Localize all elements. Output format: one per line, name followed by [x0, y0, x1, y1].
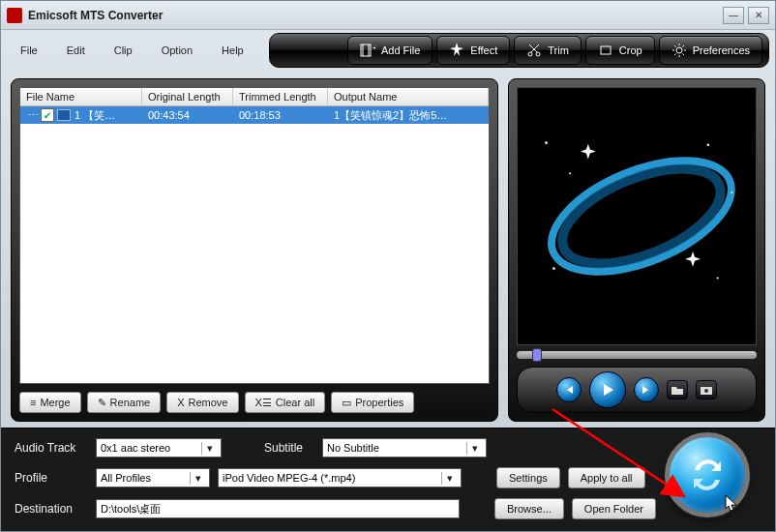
- svg-point-16: [717, 277, 719, 279]
- svg-point-12: [569, 172, 571, 174]
- clear-all-button[interactable]: X☰Clear all: [245, 392, 326, 413]
- prev-button[interactable]: [556, 377, 582, 402]
- col-filename[interactable]: File Name: [20, 88, 142, 105]
- audio-track-label: Audio Track: [15, 441, 88, 455]
- chevron-down-icon: ▾: [201, 442, 217, 455]
- row-thumb-icon: [57, 109, 71, 121]
- left-pane: File Name Original Length Trimmed Length…: [11, 78, 498, 422]
- col-trimmed-length[interactable]: Trimmed Length: [233, 88, 328, 105]
- row-name: 【笑…: [83, 108, 115, 123]
- add-file-button[interactable]: +Add File: [347, 36, 433, 65]
- convert-button[interactable]: [665, 432, 750, 517]
- trim-button[interactable]: Trim: [514, 36, 582, 65]
- file-toolbar: ≡Merge ✎Rename XRemove X☰Clear all ▭Prop…: [19, 392, 490, 413]
- menu-help[interactable]: Help: [208, 41, 257, 60]
- effect-button[interactable]: Effect: [436, 36, 510, 65]
- app-window: Emicsoft MTS Converter — ✕ File Edit Cli…: [0, 0, 776, 532]
- menubar: File Edit Clip Option Help: [1, 30, 263, 71]
- row-output: 1【笑镇惊魂2】恐怖5…: [328, 107, 489, 124]
- sparkle-icon: [449, 43, 464, 58]
- x-icon: X: [177, 397, 184, 408]
- settings-button[interactable]: Settings: [496, 467, 560, 488]
- titlebar: Emicsoft MTS Converter — ✕: [1, 1, 775, 30]
- menu-edit[interactable]: Edit: [53, 41, 99, 60]
- row-trimmed: 00:18:53: [233, 108, 328, 122]
- profile-label: Profile: [15, 471, 88, 485]
- next-button[interactable]: [634, 377, 659, 402]
- video-preview[interactable]: [517, 87, 757, 345]
- close-button[interactable]: ✕: [748, 7, 769, 24]
- col-output-name[interactable]: Output Name: [328, 88, 489, 105]
- file-panel: File Name Original Length Trimmed Length…: [11, 78, 498, 422]
- svg-point-14: [731, 192, 732, 193]
- svg-point-13: [707, 144, 709, 146]
- convert-arrows-icon: [685, 453, 730, 497]
- profile-select[interactable]: iPod Video MPEG-4 (*.mp4)▾: [218, 468, 462, 488]
- open-folder-button[interactable]: Open Folder: [572, 498, 656, 519]
- film-add-icon: +: [360, 43, 375, 58]
- svg-point-11: [545, 141, 548, 144]
- scrub-knob[interactable]: [532, 348, 542, 362]
- scissors-icon: [526, 43, 542, 58]
- menu-option[interactable]: Option: [148, 41, 206, 60]
- preview-graphic: [518, 88, 756, 344]
- file-row[interactable]: ⋯ ✔ 1 【笑… 00:43:54 00:18:53 1【笑镇惊魂2】恐怖5…: [20, 106, 489, 124]
- subtitle-label: Subtitle: [264, 441, 314, 455]
- right-pane: [508, 78, 765, 422]
- body-area: File Name Original Length Trimmed Length…: [1, 71, 775, 428]
- preview-panel: [508, 78, 765, 422]
- svg-point-18: [704, 389, 708, 393]
- properties-button[interactable]: ▭Properties: [331, 392, 414, 413]
- window-title: Emicsoft MTS Converter: [28, 9, 719, 22]
- destination-input[interactable]: D:\tools\桌面: [96, 499, 460, 518]
- menu-clip[interactable]: Clip: [101, 41, 146, 60]
- rename-button[interactable]: ✎Rename: [87, 392, 162, 413]
- bottom-panel: Audio Track 0x1 aac stereo▾ Subtitle No …: [1, 428, 775, 531]
- profile-group-select[interactable]: All Profiles▾: [96, 468, 210, 488]
- row-original: 00:43:54: [142, 108, 233, 122]
- gear-icon: [672, 43, 687, 58]
- player-controls: [517, 367, 757, 413]
- audio-track-select[interactable]: 0x1 aac stereo▾: [96, 438, 222, 458]
- remove-button[interactable]: XRemove: [166, 392, 238, 413]
- chevron-down-icon: ▾: [441, 472, 457, 485]
- minimize-button[interactable]: —: [723, 7, 744, 24]
- svg-point-5: [536, 52, 540, 56]
- chevron-down-icon: ▾: [190, 472, 205, 485]
- merge-button[interactable]: ≡Merge: [19, 392, 81, 413]
- folder-open-icon[interactable]: [667, 380, 688, 399]
- col-original-length[interactable]: Original Length: [142, 88, 233, 105]
- subtitle-select[interactable]: No Subtitle▾: [322, 438, 487, 458]
- row-checkbox[interactable]: ✔: [41, 108, 54, 122]
- pencil-icon: ✎: [98, 397, 106, 409]
- menu-file[interactable]: File: [7, 41, 51, 60]
- svg-text:+: +: [373, 43, 375, 53]
- apply-to-all-button[interactable]: Apply to all: [568, 467, 645, 488]
- file-list: File Name Original Length Trimmed Length…: [19, 87, 490, 384]
- svg-point-15: [552, 267, 555, 270]
- crop-icon: [598, 43, 613, 58]
- toolbar: +Add File Effect Trim Crop Preferences: [269, 33, 769, 68]
- file-list-header: File Name Original Length Trimmed Length…: [20, 88, 489, 106]
- play-button[interactable]: [589, 371, 626, 408]
- x-list-icon: X☰: [255, 397, 272, 409]
- snapshot-button[interactable]: [696, 380, 717, 399]
- preferences-button[interactable]: Preferences: [659, 36, 762, 65]
- svg-point-7: [676, 47, 682, 53]
- sheet-icon: ▭: [342, 397, 351, 409]
- svg-rect-6: [601, 46, 611, 54]
- scrub-bar[interactable]: [517, 351, 757, 359]
- menu-toolbar-row: File Edit Clip Option Help +Add File Eff…: [1, 30, 775, 71]
- crop-button[interactable]: Crop: [585, 36, 655, 65]
- destination-label: Destination: [15, 502, 88, 516]
- browse-button[interactable]: Browse...: [494, 498, 564, 519]
- merge-icon: ≡: [30, 397, 36, 408]
- app-logo-icon: [7, 8, 22, 23]
- chevron-down-icon: ▾: [466, 442, 482, 455]
- svg-point-4: [528, 52, 532, 56]
